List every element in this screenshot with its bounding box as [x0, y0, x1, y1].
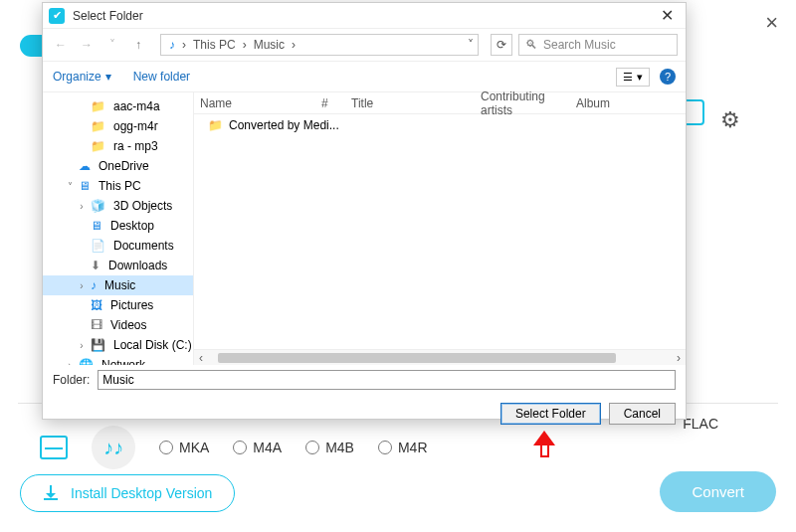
chevron-icon[interactable]: ›	[65, 360, 75, 366]
tree-label: ra - mp3	[113, 139, 158, 153]
format-m4r[interactable]: M4R	[378, 440, 428, 455]
convert-button[interactable]: Convert	[660, 471, 776, 512]
col-album[interactable]: Album	[570, 96, 686, 110]
tree-label: Documents	[113, 239, 174, 253]
item-name: Converted by Medi...	[229, 118, 339, 132]
tree-item-onedrive[interactable]: ☁OneDrive	[43, 156, 193, 176]
tree-label: Desktop	[110, 219, 154, 233]
tree-label: OneDrive	[99, 159, 149, 173]
folder-icon: 📁	[91, 99, 105, 113]
install-desktop-button[interactable]: Install Desktop Version	[20, 474, 235, 512]
download-icon	[43, 485, 59, 501]
col-name[interactable]: Name	[194, 96, 315, 110]
help-icon[interactable]: ?	[660, 69, 676, 85]
folder-icon: 📁	[91, 119, 105, 133]
tree-item-ogg-m4r[interactable]: 📁ogg-m4r	[43, 116, 193, 136]
nav-history-icon[interactable]: ˅	[102, 38, 122, 52]
horizontal-scrollbar[interactable]: ‹ ›	[194, 349, 686, 365]
dialog-toolbar: Organize▾ New folder ☰ ▾ ?	[43, 61, 686, 92]
3d-icon: 🧊	[91, 199, 105, 213]
chevron-icon[interactable]: ›	[77, 340, 87, 351]
nav-back-icon[interactable]: ←	[51, 38, 71, 52]
close-icon[interactable]: ✕	[655, 6, 680, 25]
list-item[interactable]: 📁Converted by Medi...	[194, 114, 686, 136]
folder-name-row: Folder:	[43, 365, 686, 395]
tree-item-ra-mp3[interactable]: 📁ra - mp3	[43, 136, 193, 156]
tree-item-local-disk-c-[interactable]: ›💾Local Disk (C:)	[43, 335, 193, 355]
view-options-button[interactable]: ☰ ▾	[616, 68, 650, 87]
install-label: Install Desktop Version	[71, 485, 212, 501]
format-m4b[interactable]: M4B	[305, 440, 354, 455]
list-header[interactable]: Name # Title Contributing artists Album	[194, 92, 686, 114]
tree-item-3d-objects[interactable]: ›🧊3D Objects	[43, 196, 193, 216]
annotation-arrow	[532, 420, 556, 453]
view-icon: ☰	[623, 71, 633, 84]
crumb-this-pc[interactable]: This PC	[193, 38, 236, 52]
tree-label: 3D Objects	[113, 199, 172, 213]
col-title[interactable]: Title	[345, 96, 475, 110]
col-artists[interactable]: Contributing artists	[475, 89, 570, 117]
onedrive-icon: ☁	[79, 159, 91, 173]
folder-label: Folder:	[53, 373, 90, 387]
chevron-icon[interactable]: ›	[77, 201, 87, 212]
folder-icon: 📁	[208, 118, 223, 132]
tree-item-documents[interactable]: 📄Documents	[43, 236, 193, 256]
tree-item-network[interactable]: ›🌐Network	[43, 355, 193, 365]
docs-icon: 📄	[91, 239, 105, 253]
tree-label: Network	[101, 358, 145, 365]
new-folder-button[interactable]: New folder	[133, 70, 190, 84]
format-mka[interactable]: MKA	[159, 440, 209, 455]
organize-button[interactable]: Organize▾	[53, 70, 111, 84]
gear-icon[interactable]: ⚙	[720, 107, 740, 133]
chevron-down-icon: ▾	[105, 70, 111, 84]
tree-label: This PC	[99, 179, 141, 193]
tree-label: ogg-m4r	[113, 119, 158, 133]
dialog-titlebar: ✔ Select Folder ✕	[43, 3, 686, 29]
tree-item-this-pc[interactable]: ˅🖥This PC	[43, 176, 193, 196]
music-icon: ♪	[91, 278, 97, 292]
cancel-button[interactable]: Cancel	[609, 403, 676, 425]
app-close-icon[interactable]: ×	[765, 10, 778, 36]
pc-icon: 🖥	[79, 179, 91, 193]
tree-item-pictures[interactable]: 🖼Pictures	[43, 295, 193, 315]
nav-bar: ← → ˅ ↑ ♪ › This PC › Music › ˅ ⟳ 🔍︎ Sea…	[43, 29, 686, 61]
scroll-thumb[interactable]	[218, 353, 616, 363]
col-number[interactable]: #	[315, 96, 345, 110]
dialog-title: Select Folder	[73, 9, 655, 23]
videos-icon: 🎞	[91, 318, 102, 332]
search-icon: 🔍︎	[525, 38, 537, 52]
address-bar[interactable]: ♪ › This PC › Music › ˅	[160, 34, 479, 56]
nav-up-icon[interactable]: ↑	[128, 38, 148, 52]
select-folder-dialog: ✔ Select Folder ✕ ← → ˅ ↑ ♪ › This PC › …	[42, 2, 687, 420]
pics-icon: 🖼	[91, 298, 102, 312]
tree-label: Pictures	[110, 298, 153, 312]
video-icon[interactable]	[40, 436, 68, 459]
folder-tree[interactable]: 📁aac-m4a📁ogg-m4r📁ra - mp3☁OneDrive˅🖥This…	[43, 92, 194, 365]
chevron-icon[interactable]: ˅	[65, 181, 75, 192]
tree-item-desktop[interactable]: 🖥Desktop	[43, 216, 193, 236]
desktop-icon: 🖥	[91, 219, 102, 233]
search-input[interactable]: 🔍︎ Search Music	[518, 34, 678, 56]
tree-item-aac-m4a[interactable]: 📁aac-m4a	[43, 96, 193, 116]
refresh-icon[interactable]: ⟳	[491, 34, 512, 56]
tree-item-videos[interactable]: 🎞Videos	[43, 315, 193, 335]
music-folder-icon: ♪	[169, 38, 175, 52]
nav-forward-icon[interactable]: →	[77, 38, 97, 52]
crumb-music[interactable]: Music	[254, 38, 285, 52]
scroll-left-icon[interactable]: ‹	[194, 351, 208, 365]
tree-label: Downloads	[108, 259, 167, 272]
net-icon: 🌐	[79, 358, 94, 365]
tree-label: aac-m4a	[113, 99, 160, 113]
address-dropdown-icon[interactable]: ˅	[468, 38, 474, 52]
chevron-icon[interactable]: ›	[77, 280, 87, 291]
format-m4a[interactable]: M4A	[233, 440, 282, 455]
app-logo	[20, 35, 42, 57]
folder-icon: 📁	[91, 139, 105, 153]
search-placeholder: Search Music	[543, 38, 616, 52]
dialog-buttons: Select Folder Cancel	[43, 395, 686, 433]
tree-label: Music	[104, 278, 135, 292]
tree-item-music[interactable]: ›♪Music	[43, 275, 193, 295]
folder-name-input[interactable]	[98, 370, 676, 390]
tree-item-downloads[interactable]: ⬇Downloads	[43, 256, 193, 275]
scroll-right-icon[interactable]: ›	[672, 351, 686, 365]
